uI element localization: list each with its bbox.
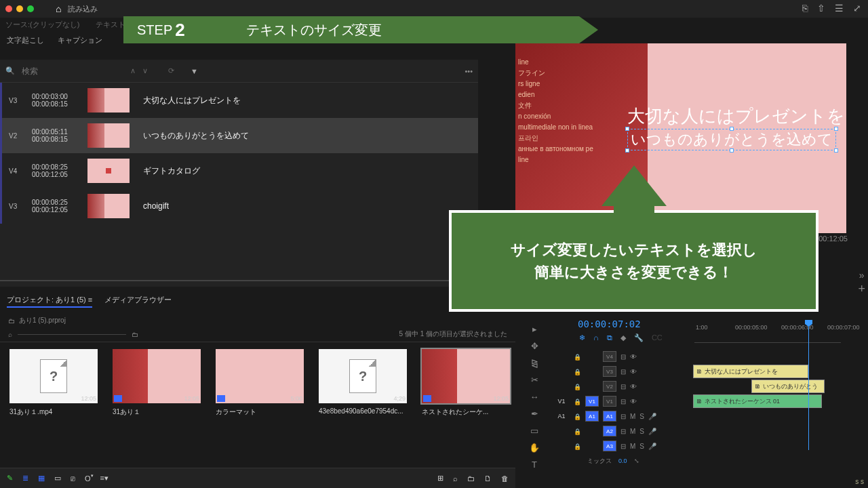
mix-value[interactable]: 0.0 bbox=[618, 458, 627, 464]
sort-icon[interactable]: ⎚ bbox=[71, 474, 75, 483]
program-monitor: lineフラインrs ligneedien文件n conexiónmultime… bbox=[515, 43, 846, 233]
tab-media-browser[interactable]: メディアブラウザー bbox=[104, 295, 172, 308]
list-view-icon[interactable]: ≣ bbox=[22, 474, 28, 483]
tab-source[interactable]: ソース:(クリップなし) bbox=[5, 20, 79, 30]
search-icon[interactable]: ⌕ bbox=[8, 331, 12, 338]
pen-tool-icon[interactable]: ✒ bbox=[531, 409, 538, 419]
timeline-tools: ▸ ✥ ⧎ ✂ ↔ ✒ ▭ ✋ T bbox=[526, 324, 543, 470]
linked-icon[interactable]: ⧉ bbox=[607, 333, 612, 342]
automate-icon[interactable]: O▾ bbox=[85, 474, 91, 483]
project-item[interactable]: ?12:0531あり１.mp4 bbox=[9, 349, 98, 417]
project-item[interactable]: 12:0531あり１ bbox=[113, 349, 201, 417]
minimize-window-icon[interactable] bbox=[16, 5, 23, 12]
new-bin-icon[interactable]: 🗀 bbox=[467, 474, 475, 483]
razor-tool-icon[interactable]: ✂ bbox=[531, 375, 538, 385]
search-input[interactable] bbox=[22, 66, 123, 76]
delete-icon[interactable]: 🗑 bbox=[501, 474, 509, 483]
text-item[interactable]: V300:00:03:0000:00:08:15大切な人にはプレゼントを bbox=[0, 83, 478, 118]
step-title: テキストのサイズ変更 bbox=[246, 21, 382, 39]
search-icon[interactable]: 🔍 bbox=[5, 66, 15, 75]
magnet-icon[interactable]: ∩ bbox=[593, 333, 599, 342]
project-item[interactable]: 5:00カラーマット bbox=[216, 349, 304, 417]
bin-icon[interactable]: 🗀 bbox=[132, 331, 138, 338]
next-icon[interactable]: ∨ bbox=[142, 66, 148, 75]
maximize-window-icon[interactable] bbox=[27, 5, 34, 12]
video-track-row[interactable]: V2⊟👁🗎 いつものありがとう bbox=[549, 379, 841, 394]
hand-tool-icon[interactable]: ✋ bbox=[529, 443, 540, 453]
video-track-row[interactable]: V3⊟👁🗎 大切な人にはプレゼントを bbox=[549, 364, 841, 379]
preview-text-2-selected[interactable]: いつものありがとうを込めて bbox=[627, 129, 836, 150]
preview-text-1[interactable]: 大切な人にはプレゼントを bbox=[627, 104, 845, 128]
type-tool-icon[interactable]: T bbox=[532, 460, 537, 470]
search-icon[interactable]: ⌕ bbox=[453, 474, 458, 483]
project-item[interactable]: 12:05ネストされたシーケ... bbox=[422, 349, 510, 417]
subtab-transcript[interactable]: 文字起こし bbox=[7, 35, 44, 45]
track-select-icon[interactable]: ✥ bbox=[531, 341, 538, 351]
tab-text[interactable]: テキスト bbox=[96, 20, 125, 30]
subtab-caption[interactable]: キャプション bbox=[58, 35, 102, 45]
filter-icon[interactable]: ▼ bbox=[191, 67, 198, 75]
text-item[interactable]: V300:00:08:2500:00:12:05choigift bbox=[0, 188, 478, 224]
text-item[interactable]: V200:00:05:1100:00:08:15いつものありがとうを込めて bbox=[0, 118, 478, 153]
folder-icon: 🗀 bbox=[8, 317, 15, 325]
menu-icon[interactable]: ≡▾ bbox=[100, 474, 108, 483]
mix-label: ミックス bbox=[587, 457, 612, 466]
cc-icon[interactable]: CC bbox=[652, 333, 663, 342]
step-number: 2 bbox=[175, 20, 184, 41]
rectangle-tool-icon[interactable]: ▭ bbox=[530, 426, 538, 436]
project-filename: あり1 (5).prproj bbox=[19, 316, 66, 325]
selection-status: 5 個中 1 個の項目が選択されました bbox=[399, 329, 507, 339]
fullscreen-icon[interactable]: ⤢ bbox=[853, 3, 861, 14]
refresh-icon[interactable]: ⟳ bbox=[168, 66, 174, 75]
callout-line1: サイズ変更したいテキストを選択し bbox=[511, 239, 757, 261]
home-icon[interactable]: ⌂ bbox=[56, 3, 61, 14]
video-track-row[interactable]: V4⊟👁 bbox=[549, 349, 841, 364]
quick-export-icon[interactable]: ⎘ bbox=[802, 3, 808, 14]
expand-icon[interactable]: ⤡ bbox=[634, 458, 639, 464]
project-item[interactable]: ?4;2943e8bed490a6e0e7954dc... bbox=[319, 349, 407, 417]
new-item-icon[interactable]: 🗋 bbox=[484, 474, 492, 483]
window-titlebar: ⌂ 読み込み ⎘ ⇧ ☰ ⤢ bbox=[0, 0, 868, 18]
share-icon[interactable]: ⇧ bbox=[817, 3, 825, 14]
selection-tool-icon[interactable]: ▸ bbox=[532, 324, 537, 334]
audio-track-row[interactable]: A2⊟MS🎤 bbox=[549, 424, 841, 439]
close-window-icon[interactable] bbox=[5, 5, 12, 12]
video-track-row[interactable]: V1V1V1⊟👁🗎 ネストされたシーケンス 01 bbox=[549, 394, 841, 409]
workspace-menu-icon[interactable]: ☰ bbox=[835, 3, 844, 14]
pen-icon[interactable]: ✎ bbox=[7, 474, 13, 483]
callout-box: サイズ変更したいテキストを選択し 簡単に大きさを変更できる！ bbox=[449, 210, 818, 312]
project-toolbar: ✎ ≣ ▦ ▭ ⎚ O▾ ≡▾ ⊞ ⌕ 🗀 🗋 🗑 bbox=[0, 468, 515, 488]
audio-track-row[interactable]: A1A1A1⊟MS🎤 bbox=[549, 409, 841, 424]
footer-ss: s s bbox=[855, 478, 864, 485]
marker-icon[interactable]: ◆ bbox=[620, 333, 626, 342]
project-panel: プロジェクト: あり1 (5) ≡ メディアブラウザー 🗀あり1 (5).prp… bbox=[0, 288, 515, 458]
more-icon[interactable]: ••• bbox=[465, 67, 473, 75]
freeform-view-icon[interactable]: ▭ bbox=[54, 474, 61, 483]
mix-track: ミックス 0.0 ⤡ bbox=[549, 453, 841, 468]
prev-icon[interactable]: ∧ bbox=[130, 66, 136, 75]
callout-line2: 簡単に大きさを変更できる！ bbox=[534, 261, 733, 283]
playhead[interactable] bbox=[808, 321, 809, 450]
find-icon[interactable]: ⊞ bbox=[437, 474, 443, 483]
zoom-slider-track bbox=[0, 280, 471, 281]
ripple-edit-icon[interactable]: ⧎ bbox=[531, 358, 538, 368]
audio-track-row[interactable]: A3⊟MS🎤 bbox=[549, 439, 841, 453]
tab-project[interactable]: プロジェクト: あり1 (5) ≡ bbox=[7, 295, 92, 308]
slip-tool-icon[interactable]: ↔ bbox=[530, 392, 539, 402]
text-search-bar: 🔍 ∧ ∨ ⟳ ▼ ••• bbox=[0, 60, 478, 83]
text-item[interactable]: V400:00:08:2500:00:12:05ギフトカタログ bbox=[0, 153, 478, 188]
panel-collapse[interactable]: »+ bbox=[858, 270, 865, 296]
step-banner: STEP 2 テキストのサイズ変更 bbox=[123, 16, 598, 43]
icon-view-icon[interactable]: ▦ bbox=[38, 474, 45, 483]
step-label: STEP bbox=[137, 22, 172, 38]
settings-icon[interactable]: 🔧 bbox=[634, 333, 644, 342]
timeline-panel: 00:00:07:02 ❄ ∩ ⧉ ◆ 🔧 CC 1:00 00:00:05:0… bbox=[549, 317, 841, 466]
timeline-ruler[interactable]: 1:00 00:00:05:00 00:00:06:00 00:00:07:00 bbox=[694, 324, 841, 343]
callout-arrow-icon bbox=[601, 165, 667, 206]
import-label[interactable]: 読み込み bbox=[68, 4, 98, 14]
snap-icon[interactable]: ❄ bbox=[579, 333, 585, 342]
text-panel: 🔍 ∧ ∨ ⟳ ▼ ••• V300:00:03:0000:00:08:15大切… bbox=[0, 60, 478, 287]
